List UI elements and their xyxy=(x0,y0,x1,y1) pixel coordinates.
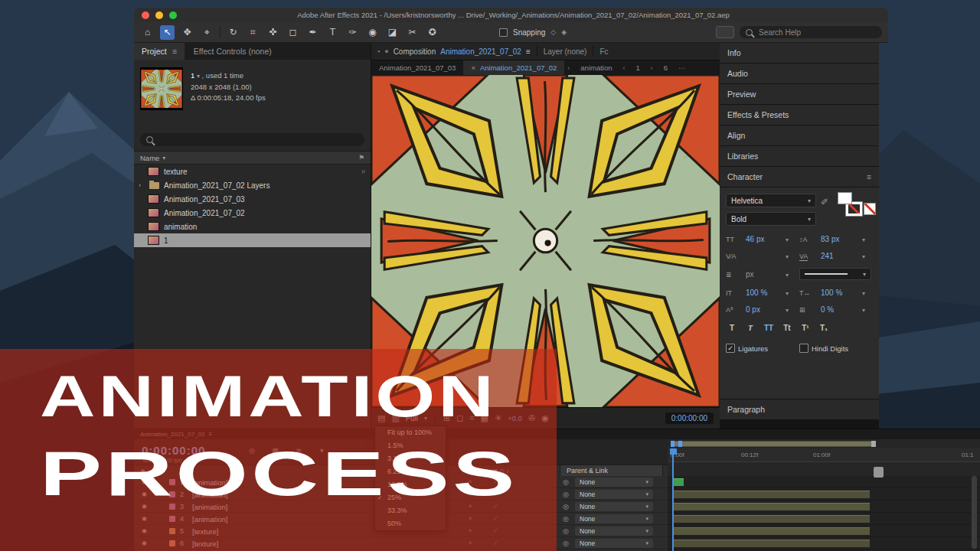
puppet-pin-tool[interactable]: ✪ xyxy=(425,25,439,40)
faux-bold-button[interactable]: T xyxy=(724,322,740,334)
zoom-tool[interactable]: ⌖ xyxy=(200,25,214,40)
chevron-left-icon[interactable]: ‹ xyxy=(564,64,573,72)
panel-align[interactable]: Align xyxy=(720,126,879,145)
viewer-timecode[interactable]: 0:00:00:00 xyxy=(665,412,714,424)
parent-dropdown[interactable]: None▾ xyxy=(575,502,653,511)
list-item-selected[interactable]: 1 xyxy=(134,233,371,247)
all-caps-button[interactable]: TT xyxy=(761,322,776,334)
stroke-width-value[interactable]: px xyxy=(746,270,754,279)
faux-italic-button[interactable]: T xyxy=(741,322,759,334)
chevron-down-icon[interactable]: ▾ xyxy=(862,253,865,260)
fill-color-swatch[interactable] xyxy=(838,192,852,204)
panel-paragraph-header[interactable]: Paragraph xyxy=(720,399,879,419)
layer-duration-bar[interactable] xyxy=(672,491,870,498)
leading-value[interactable]: 83 px xyxy=(821,235,839,243)
parent-dropdown[interactable]: None▾ xyxy=(575,539,653,548)
parent-dropdown[interactable]: None▾ xyxy=(575,527,653,536)
eraser-tool[interactable]: ◪ xyxy=(385,25,400,40)
comp-tab[interactable]: Animation_2021_07_03 xyxy=(371,60,463,76)
composition-tab-name[interactable]: Animation_2021_07_02 xyxy=(440,47,521,56)
pickwhip-icon[interactable]: ◎ xyxy=(563,491,569,498)
font-size-value[interactable]: 46 px xyxy=(746,235,764,243)
horizontal-scale-value[interactable]: 100 % xyxy=(821,289,842,297)
list-item[interactable]: Animation_2021_07_03 xyxy=(134,192,371,206)
no-fill-swatch[interactable] xyxy=(864,203,876,215)
close-icon[interactable]: × xyxy=(471,60,475,76)
work-area-end-marker[interactable] xyxy=(871,441,876,447)
pan-behind-tool[interactable]: ✜ xyxy=(266,25,280,40)
subscript-button[interactable]: T₁ xyxy=(816,322,831,334)
pickwhip-icon[interactable]: ◎ xyxy=(563,478,569,486)
timeline-marker-handle[interactable] xyxy=(874,467,884,478)
chevron-down-icon[interactable]: ▾ xyxy=(786,236,789,243)
comp-tab-number[interactable]: 1 xyxy=(629,60,648,76)
comp-tab-active[interactable]: × Animation_2021_07_02 xyxy=(463,60,564,76)
tracking-value[interactable]: 241 xyxy=(821,252,834,260)
tsume-value[interactable]: 0 % xyxy=(821,305,834,314)
help-search-box[interactable] xyxy=(740,26,882,38)
flowchart-icon[interactable]: ⌗ xyxy=(361,168,365,176)
list-item[interactable]: › Animation_2021_07_02 Layers xyxy=(134,178,371,192)
fill-stroke-swatches[interactable] xyxy=(838,192,864,215)
tab-effect-controls[interactable]: Effect Controls (none) xyxy=(185,43,281,60)
snap-option-icon-2[interactable]: ◈ xyxy=(561,28,567,36)
list-item[interactable]: texture ⌗ xyxy=(134,165,371,178)
panel-info[interactable]: Info xyxy=(720,43,879,63)
hindi-digits-checkbox[interactable] xyxy=(799,344,808,353)
chevron-down-icon[interactable]: ▾ xyxy=(862,307,865,314)
rotate-tool[interactable]: ↻ xyxy=(226,25,240,40)
pickwhip-icon[interactable]: ◎ xyxy=(563,540,569,547)
chevron-down-icon[interactable]: ▾ xyxy=(786,272,789,279)
baseline-shift-value[interactable]: 0 px xyxy=(746,305,760,314)
snapping-checkbox[interactable] xyxy=(499,28,508,37)
stroke-style-dropdown[interactable]: ▾ xyxy=(799,268,871,280)
superscript-button[interactable]: T¹ xyxy=(798,322,813,334)
footage-tab[interactable]: Fc xyxy=(599,47,608,56)
expander-chevron-icon[interactable]: › xyxy=(139,181,145,189)
zoom-window-button[interactable] xyxy=(169,11,177,19)
eyedropper-icon[interactable]: ✐ xyxy=(821,197,828,207)
shape-tool[interactable]: ◻ xyxy=(286,25,300,40)
flag-icon[interactable]: ⚑ xyxy=(358,154,364,161)
clone-stamp-tool[interactable]: ◉ xyxy=(365,25,380,40)
pickwhip-icon[interactable]: ◎ xyxy=(563,503,569,510)
layer-duration-bar[interactable] xyxy=(672,503,870,510)
time-ruler[interactable]: 0:00f 00:12f 01:00f 01:1 xyxy=(668,448,980,462)
chevron-down-icon[interactable]: ▾ xyxy=(197,73,200,80)
search-help-input[interactable] xyxy=(757,28,860,37)
panel-effects-presets[interactable]: Effects & Presets xyxy=(720,105,879,125)
panel-menu-icon[interactable]: ≡ xyxy=(867,172,871,181)
lock-icon[interactable]: ● xyxy=(384,47,388,55)
font-family-dropdown[interactable]: Helvetica ▾ xyxy=(726,194,816,207)
pickwhip-icon[interactable]: ◎ xyxy=(563,515,569,523)
home-tool[interactable]: ⌂ xyxy=(140,25,155,40)
roto-brush-tool[interactable]: ✂ xyxy=(405,25,420,40)
workspace-button[interactable] xyxy=(716,26,734,38)
chevron-down-icon[interactable]: ▾ xyxy=(862,290,865,297)
composition-tab-label[interactable]: Composition xyxy=(394,47,436,56)
ligatures-checkbox[interactable]: ✓ xyxy=(726,344,735,353)
pen-tool[interactable]: ✒ xyxy=(305,25,320,40)
chevron-left-icon[interactable]: ‹ xyxy=(648,64,656,72)
snap-option-icon[interactable]: ◇ xyxy=(550,28,556,36)
panel-menu-icon[interactable]: ≡ xyxy=(526,47,531,56)
work-area-start-marker[interactable] xyxy=(671,441,675,447)
parent-dropdown[interactable]: None▾ xyxy=(575,490,653,499)
layer-tab[interactable]: Layer (none) xyxy=(544,47,587,56)
chevron-down-icon[interactable]: ▾ xyxy=(786,307,789,314)
panel-character-header[interactable]: Character ≡ xyxy=(720,167,879,187)
selection-tool[interactable]: ↖ xyxy=(160,25,175,40)
comp-tab-number[interactable]: 6 xyxy=(656,60,675,76)
layer-duration-bar[interactable] xyxy=(672,515,870,523)
parent-dropdown[interactable]: None▾ xyxy=(575,514,653,523)
work-area-bar[interactable] xyxy=(672,441,873,447)
chevron-left-icon[interactable]: ‹ xyxy=(620,64,629,72)
comp-tab[interactable]: animation xyxy=(573,60,619,76)
pickwhip-icon[interactable]: ◎ xyxy=(563,527,569,535)
window-titlebar[interactable]: Adobe After Effects 2021 - /Users/kristn… xyxy=(134,8,888,22)
project-search-field[interactable] xyxy=(140,133,364,146)
work-area-marker[interactable] xyxy=(678,441,682,447)
chevron-down-icon[interactable]: ▾ xyxy=(862,236,865,243)
panel-libraries[interactable]: Libraries xyxy=(720,146,879,166)
name-column-header[interactable]: Name xyxy=(140,154,159,162)
